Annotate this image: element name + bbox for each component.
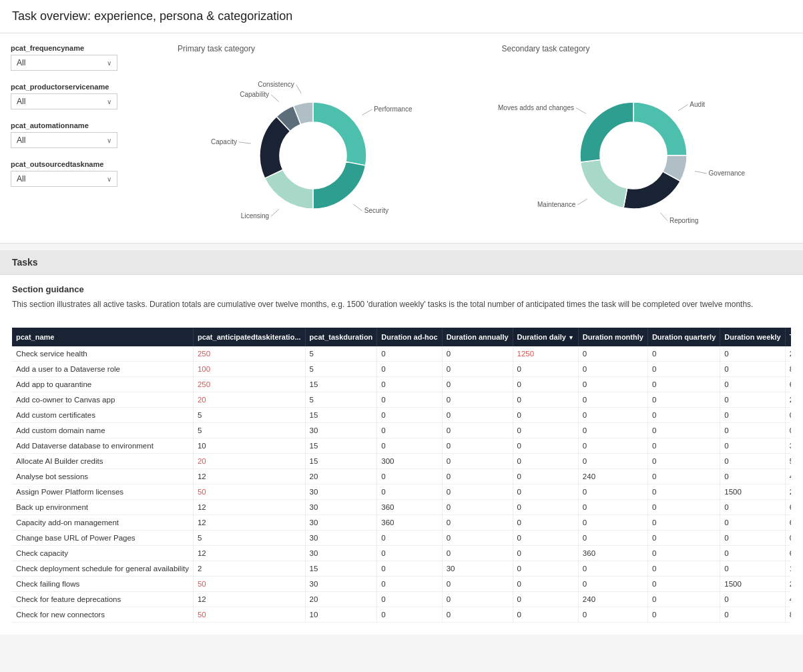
- cell-duration_monthly: 0: [578, 392, 647, 408]
- cell-duration_annually: 30: [442, 561, 513, 577]
- cell-duration_daily: 0: [513, 362, 578, 377]
- donut-label: Capability: [240, 91, 269, 98]
- col-header-duration_adhoc[interactable]: Duration ad-hoc: [377, 328, 442, 346]
- svg-line-2: [271, 209, 279, 216]
- donut-label: Reporting: [670, 217, 698, 224]
- primary-chart-title: Primary task category: [158, 44, 255, 53]
- cell-duration_weekly: 0: [720, 362, 785, 377]
- filter-select-pcat_automationname[interactable]: All∨: [11, 132, 117, 148]
- cell-duration_weekly: 0: [720, 515, 785, 531]
- secondary-chart-title: Secondary task category: [482, 44, 590, 53]
- secondary-donut-chart: AuditGovernanceReportingMaintenanceMoves…: [537, 59, 737, 232]
- cell-duration_daily: 0: [513, 531, 578, 546]
- cell-pcat_anticipatedtaskiteratio: 5: [193, 408, 305, 423]
- cell-total_hours: 6: [785, 500, 791, 515]
- cell-duration_annually: 0: [442, 515, 513, 531]
- cell-pcat_anticipatedtaskiteratio: 12: [193, 592, 305, 607]
- table-row: Add custom domain name5300000000: [12, 423, 791, 438]
- cell-pcat_anticipatedtaskiteratio: 5: [193, 423, 305, 438]
- filter-select-pcat_productorservicename[interactable]: All∨: [11, 93, 117, 109]
- cell-duration_daily: 0: [513, 469, 578, 484]
- donut-segment: [580, 102, 633, 162]
- tasks-table: pcat_namepcat_anticipatedtaskiteratio...…: [12, 328, 791, 623]
- cell-duration_weekly: 0: [720, 500, 785, 515]
- cell-duration_annually: 0: [442, 377, 513, 392]
- cell-duration_weekly: 0: [720, 392, 785, 408]
- cell-duration_adhoc: 0: [377, 607, 442, 623]
- col-header-duration_annually[interactable]: Duration annually: [442, 328, 513, 346]
- table-row: Change base URL of Power Pages5300000000: [12, 531, 791, 546]
- primary-donut-chart: PerformanceSecurityLicensingCapacityCapa…: [213, 59, 413, 232]
- cell-pcat_anticipatedtaskiteratio: 12: [193, 500, 305, 515]
- cell-duration_daily: 0: [513, 515, 578, 531]
- filter-label-pcat_outsourcedtaskname: pcat_outsourcedtaskname: [11, 160, 144, 168]
- col-header-duration_monthly[interactable]: Duration monthly: [578, 328, 647, 346]
- cell-duration_quarterly: 0: [647, 438, 720, 454]
- cell-duration_monthly: 0: [578, 346, 647, 362]
- cell-pcat_name: Add co-owner to Canvas app: [12, 392, 193, 408]
- table-row: Analyse bot sessions1220000240004: [12, 469, 791, 484]
- cell-duration_adhoc: 0: [377, 438, 442, 454]
- cell-duration_annually: 0: [442, 577, 513, 592]
- cell-duration_annually: 0: [442, 592, 513, 607]
- cell-total_hours: 21: [785, 346, 791, 362]
- cell-duration_daily: 0: [513, 377, 578, 392]
- page-title-bar: Task overview: experience, persona & cat…: [0, 0, 803, 33]
- table-row: Add a user to a Dataverse role1005000000…: [12, 362, 791, 377]
- cell-pcat_name: Capacity add-on management: [12, 515, 193, 531]
- svg-line-0: [362, 109, 372, 115]
- cell-pcat_name: Add a user to a Dataverse role: [12, 362, 193, 377]
- cell-duration_quarterly: 0: [647, 546, 720, 561]
- cell-duration_adhoc: 0: [377, 561, 442, 577]
- cell-duration_quarterly: 0: [647, 362, 720, 377]
- table-row: Add co-owner to Canvas app2050000002: [12, 392, 791, 408]
- cell-duration_adhoc: 360: [377, 500, 442, 515]
- col-header-pcat_taskduration[interactable]: pcat_taskduration: [305, 328, 377, 346]
- svg-line-7: [695, 172, 707, 174]
- filter-select-pcat_frequencyname[interactable]: All∨: [11, 55, 117, 71]
- cell-total_hours: 25: [785, 577, 791, 592]
- table-row: Allocate AI Builder credits2015300000005: [12, 454, 791, 469]
- chevron-down-icon: ∨: [107, 176, 111, 183]
- cell-duration_weekly: 0: [720, 531, 785, 546]
- cell-duration_annually: 0: [442, 438, 513, 454]
- col-header-pcat_name[interactable]: pcat_name: [12, 328, 193, 346]
- cell-duration_daily: 0: [513, 423, 578, 438]
- cell-total_hours: 4: [785, 592, 791, 607]
- cell-duration_quarterly: 0: [647, 484, 720, 500]
- table-row: Capacity add-on management1230360000006: [12, 515, 791, 531]
- cell-pcat_anticipatedtaskiteratio: 12: [193, 546, 305, 561]
- cell-duration_adhoc: 0: [377, 392, 442, 408]
- cell-duration_quarterly: 0: [647, 408, 720, 423]
- cell-pcat_name: Add app to quarantine: [12, 377, 193, 392]
- cell-duration_daily: 0: [513, 546, 578, 561]
- cell-duration_quarterly: 0: [647, 469, 720, 484]
- col-header-total_hours[interactable]: Total hours: [785, 328, 791, 346]
- col-header-duration_quarterly[interactable]: Duration quarterly: [647, 328, 720, 346]
- cell-duration_adhoc: 0: [377, 423, 442, 438]
- donut-label: Maintenance: [537, 201, 576, 208]
- col-header-duration_daily[interactable]: Duration daily▼: [513, 328, 578, 346]
- svg-line-5: [296, 85, 301, 93]
- svg-line-4: [271, 95, 279, 102]
- filter-select-pcat_outsourcedtaskname[interactable]: All∨: [11, 171, 117, 187]
- cell-duration_quarterly: 0: [647, 607, 720, 623]
- filter-value-pcat_automationname: All: [17, 135, 25, 145]
- cell-duration_adhoc: 0: [377, 546, 442, 561]
- cell-pcat_anticipatedtaskiteratio: 50: [193, 484, 305, 500]
- cell-total_hours: 4: [785, 469, 791, 484]
- cell-pcat_name: Allocate AI Builder credits: [12, 454, 193, 469]
- cell-duration_weekly: 0: [720, 469, 785, 484]
- svg-line-8: [661, 213, 668, 221]
- cell-duration_quarterly: 0: [647, 561, 720, 577]
- filter-label-pcat_frequencyname: pcat_frequencyname: [11, 44, 144, 52]
- col-header-duration_weekly[interactable]: Duration weekly: [720, 328, 785, 346]
- cell-duration_monthly: 240: [578, 592, 647, 607]
- col-header-pcat_anticipatedtaskiteratio[interactable]: pcat_anticipatedtaskiteratio...: [193, 328, 305, 346]
- donut-label: Consistency: [258, 81, 294, 88]
- cell-duration_weekly: 0: [720, 346, 785, 362]
- cell-duration_monthly: 0: [578, 577, 647, 592]
- cell-duration_quarterly: 0: [647, 577, 720, 592]
- cell-duration_annually: 0: [442, 469, 513, 484]
- cell-pcat_anticipatedtaskiteratio: 100: [193, 362, 305, 377]
